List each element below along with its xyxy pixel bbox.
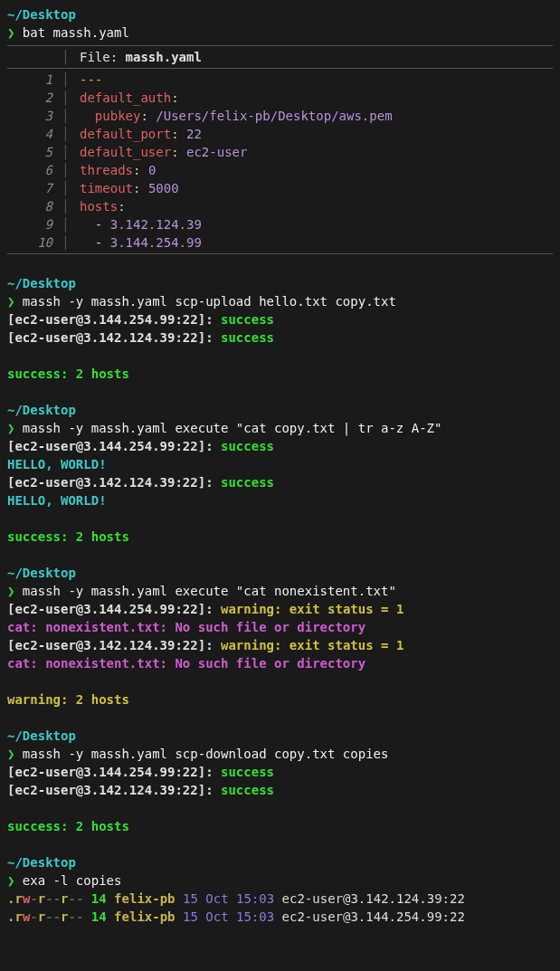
summary: warning: 2 hosts bbox=[7, 690, 553, 709]
cwd-line: ~/Desktop bbox=[7, 401, 553, 419]
bat-line: 1│--- bbox=[7, 71, 553, 89]
summary: success: 2 hosts bbox=[7, 817, 553, 835]
prompt-line[interactable]: ❯ bat massh.yaml bbox=[7, 24, 553, 42]
cwd-line: ~/Desktop bbox=[7, 853, 553, 871]
bat-line: 6│threads: 0 bbox=[7, 161, 553, 179]
bat-line: 7│timeout: 5000 bbox=[7, 179, 553, 197]
exa-row: .rw-r--r-- 14 felix-pb 15 Oct 15:03 ec2-… bbox=[7, 908, 553, 926]
prompt-line[interactable]: ❯ massh -y massh.yaml scp-download copy.… bbox=[7, 745, 553, 763]
prompt-line[interactable]: ❯ massh -y massh.yaml execute "cat copy.… bbox=[7, 419, 553, 437]
host-output: HELLO, WORLD! bbox=[7, 455, 553, 473]
summary: success: 2 hosts bbox=[7, 528, 553, 546]
host-result: [ec2-user@3.144.254.99:22]: success bbox=[7, 763, 553, 781]
bat-line: 10│ - 3.144.254.99 bbox=[7, 233, 553, 252]
cwd-line: ~/Desktop bbox=[7, 5, 553, 24]
host-result: [ec2-user@3.144.254.99:22]: warning: exi… bbox=[7, 600, 553, 618]
host-output: HELLO, WORLD! bbox=[7, 491, 553, 509]
bat-line: 9│ - 3.142.124.39 bbox=[7, 215, 553, 233]
table-rule bbox=[7, 68, 553, 69]
bat-line: 2│default_auth: bbox=[7, 89, 553, 107]
host-result: [ec2-user@3.142.124.39:22]: warning: exi… bbox=[7, 636, 553, 654]
table-rule bbox=[7, 253, 553, 254]
cwd-line: ~/Desktop bbox=[7, 274, 553, 292]
cwd-line: ~/Desktop bbox=[7, 727, 553, 745]
host-output: cat: nonexistent.txt: No such file or di… bbox=[7, 654, 553, 672]
host-result: [ec2-user@3.144.254.99:22]: success bbox=[7, 437, 553, 455]
prompt-line[interactable]: ❯ massh -y massh.yaml execute "cat nonex… bbox=[7, 582, 553, 600]
bat-line: 4│default_port: 22 bbox=[7, 125, 553, 143]
prompt-line[interactable]: ❯ exa -l copies bbox=[7, 871, 553, 890]
host-result: [ec2-user@3.142.124.39:22]: success bbox=[7, 328, 553, 347]
host-output: cat: nonexistent.txt: No such file or di… bbox=[7, 618, 553, 636]
host-result: [ec2-user@3.142.124.39:22]: success bbox=[7, 781, 553, 799]
cwd-line: ~/Desktop bbox=[7, 564, 553, 582]
host-result: [ec2-user@3.142.124.39:22]: success bbox=[7, 473, 553, 491]
prompt-line[interactable]: ❯ massh -y massh.yaml scp-upload hello.t… bbox=[7, 292, 553, 310]
bat-table: │ File: massh.yaml 1│---2│default_auth:3… bbox=[7, 45, 553, 254]
bat-header: │ File: massh.yaml bbox=[7, 48, 553, 66]
bat-line: 3│ pubkey: /Users/felix-pb/Desktop/aws.p… bbox=[7, 107, 553, 125]
summary: success: 2 hosts bbox=[7, 365, 553, 383]
bat-line: 8│hosts: bbox=[7, 197, 553, 215]
host-result: [ec2-user@3.144.254.99:22]: success bbox=[7, 310, 553, 328]
table-rule bbox=[7, 45, 553, 46]
exa-row: .rw-r--r-- 14 felix-pb 15 Oct 15:03 ec2-… bbox=[7, 890, 553, 908]
bat-line: 5│default_user: ec2-user bbox=[7, 143, 553, 161]
